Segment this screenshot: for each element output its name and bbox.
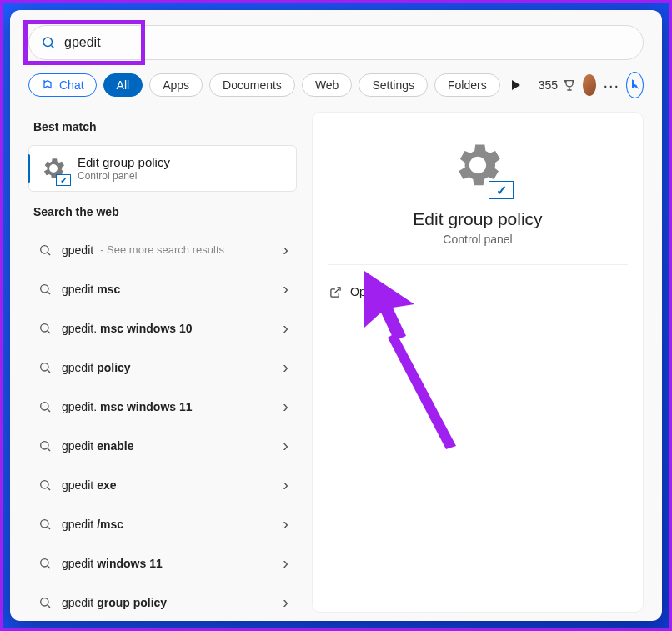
web-result-item[interactable]: gpedit windows 11›	[28, 543, 297, 583]
web-result-item[interactable]: gpedit policy›	[28, 348, 297, 387]
bing-button[interactable]	[626, 72, 644, 98]
tabs-row: Chat All Apps Documents Web Settings Fol…	[28, 72, 644, 98]
tab-documents[interactable]: Documents	[209, 73, 295, 97]
svg-point-16	[41, 519, 48, 527]
search-icon	[38, 243, 52, 257]
checkmark-badge-icon: ✓	[489, 181, 514, 199]
search-input[interactable]	[64, 35, 631, 50]
chevron-right-icon: ›	[283, 593, 288, 612]
tab-folders[interactable]: Folders	[434, 73, 500, 97]
search-window: Chat All Apps Documents Web Settings Fol…	[10, 10, 662, 621]
web-result-text: gpedit group policy	[62, 596, 273, 609]
search-bar-wrap	[28, 25, 644, 60]
chevron-right-icon: ›	[283, 358, 288, 377]
chevron-right-icon: ›	[283, 318, 288, 338]
tab-apps[interactable]: Apps	[149, 73, 203, 97]
svg-point-0	[43, 38, 53, 47]
web-result-text: gpedit - See more search results	[62, 243, 273, 257]
bing-chat-icon	[41, 78, 54, 92]
open-action-label: Open	[350, 285, 379, 298]
best-match-label: Best match	[28, 112, 297, 145]
best-match-title: Edit group policy	[78, 155, 170, 170]
chevron-right-icon: ›	[283, 475, 288, 494]
svg-line-11	[48, 409, 50, 412]
tab-all[interactable]: All	[103, 73, 143, 97]
search-icon	[38, 557, 52, 570]
detail-subtitle: Control panel	[443, 233, 512, 246]
search-icon	[38, 478, 52, 492]
svg-line-1	[51, 45, 53, 48]
user-avatar[interactable]	[583, 74, 596, 96]
tab-web[interactable]: Web	[302, 73, 353, 97]
web-result-text: gpedit enable	[62, 439, 273, 453]
search-web-label: Search the web	[28, 197, 297, 230]
svg-line-3	[48, 253, 50, 255]
search-icon	[38, 283, 52, 296]
chevron-right-icon: ›	[283, 279, 288, 298]
web-result-text: gpedit.msc windows 10	[62, 322, 273, 335]
rewards-counter[interactable]: 355	[539, 78, 576, 92]
chevron-right-icon: ›	[283, 397, 288, 416]
svg-point-2	[41, 245, 48, 253]
open-action[interactable]: Open	[328, 280, 628, 303]
svg-marker-24	[388, 333, 456, 449]
svg-point-14	[41, 480, 48, 488]
chevron-right-icon: ›	[283, 240, 288, 259]
web-result-item[interactable]: gpedit group policy›	[28, 583, 297, 622]
web-result-item[interactable]: gpedit enable›	[28, 426, 297, 465]
svg-point-20	[41, 598, 48, 605]
web-result-item[interactable]: gpedit.msc windows 10›	[28, 308, 297, 348]
best-match-subtitle: Control panel	[78, 170, 170, 182]
search-icon	[38, 596, 52, 609]
web-result-item[interactable]: gpedit.msc windows 11›	[28, 387, 297, 426]
chat-button[interactable]: Chat	[28, 73, 97, 97]
search-icon	[38, 361, 52, 374]
svg-point-8	[41, 363, 48, 370]
more-tabs-icon[interactable]	[512, 80, 520, 90]
more-options-button[interactable]: ···	[603, 76, 619, 95]
svg-line-9	[48, 370, 50, 373]
best-match-result[interactable]: ✓ Edit group policy Control panel	[28, 145, 297, 192]
checkmark-badge-icon: ✓	[56, 174, 71, 186]
gear-icon-wrap: ✓	[39, 154, 68, 183]
rewards-points: 355	[539, 78, 558, 92]
web-result-item[interactable]: gpedit/msc›	[28, 504, 297, 543]
web-result-text: gpedit.msc windows 11	[62, 400, 273, 413]
svg-line-21	[48, 605, 50, 608]
search-bar[interactable]	[28, 25, 644, 60]
svg-line-15	[48, 488, 50, 490]
detail-app-icon: ✓	[449, 136, 507, 194]
svg-point-10	[41, 402, 48, 409]
svg-point-6	[41, 323, 48, 331]
search-icon	[41, 35, 56, 50]
chevron-right-icon: ›	[283, 553, 288, 573]
web-result-item[interactable]: gpedit exe›	[28, 465, 297, 504]
web-result-text: gpedit policy	[62, 361, 273, 374]
svg-point-12	[41, 441, 48, 448]
results-columns: Best match ✓ Edit group policy Control p…	[28, 112, 644, 613]
detail-panel: ✓ Edit group policy Control panel Open	[312, 112, 644, 613]
detail-header: ✓ Edit group policy Control panel	[328, 136, 628, 265]
search-icon	[38, 518, 52, 531]
svg-line-7	[48, 331, 50, 333]
web-result-item[interactable]: gpedit msc›	[28, 269, 297, 308]
search-icon	[38, 400, 52, 413]
bing-icon	[629, 78, 642, 92]
detail-title: Edit group policy	[413, 209, 542, 229]
tab-settings[interactable]: Settings	[359, 73, 428, 97]
web-result-text: gpedit windows 11	[62, 557, 273, 570]
search-icon	[38, 322, 52, 335]
web-result-text: gpedit msc	[62, 283, 273, 296]
web-result-text: gpedit/msc	[62, 518, 273, 531]
svg-point-4	[41, 284, 48, 292]
chevron-right-icon: ›	[283, 514, 288, 533]
open-external-icon	[329, 286, 342, 298]
search-icon	[38, 439, 52, 453]
svg-line-22	[334, 287, 340, 293]
web-result-text: gpedit exe	[62, 478, 273, 492]
svg-point-18	[41, 558, 48, 566]
chevron-right-icon: ›	[283, 436, 288, 455]
web-result-item[interactable]: gpedit - See more search results›	[28, 230, 297, 269]
web-results-list: gpedit - See more search results›gpedit …	[28, 230, 297, 622]
svg-line-5	[48, 292, 50, 294]
